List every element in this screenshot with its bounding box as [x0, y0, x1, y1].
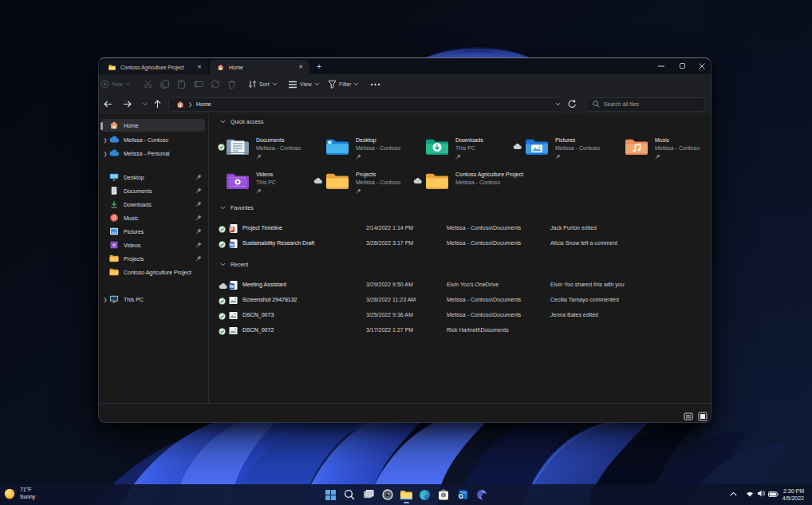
svg-text:P: P	[230, 227, 234, 232]
svg-text:W: W	[230, 243, 235, 247]
svg-text:W: W	[230, 284, 235, 289]
